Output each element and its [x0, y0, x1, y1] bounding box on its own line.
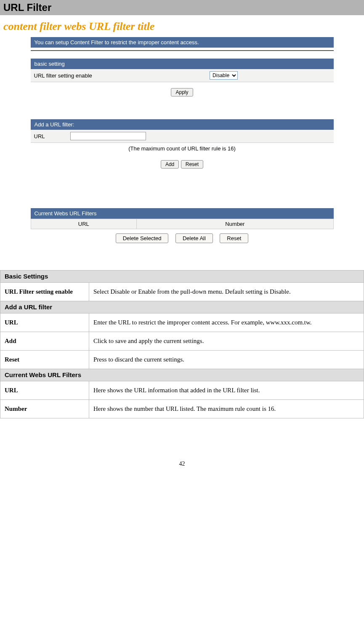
- help-label: URL: [0, 381, 89, 399]
- content-subtitle: content filter webs URL filter title: [0, 15, 364, 35]
- help-desc: Enter the URL to restrict the improper c…: [89, 314, 364, 332]
- url-input[interactable]: [70, 132, 146, 140]
- url-filter-enable-select[interactable]: Disable: [210, 71, 238, 80]
- help-desc: Press to discard the current settings.: [89, 351, 364, 369]
- help-label: Reset: [0, 351, 89, 369]
- add-filter-table: URL: [31, 130, 334, 143]
- current-filters-section: Current Webs URL Filters URL Number Dele…: [31, 208, 334, 247]
- url-label: URL: [31, 130, 67, 143]
- reset-button[interactable]: Reset: [181, 160, 203, 169]
- apply-button[interactable]: Apply: [171, 88, 193, 96]
- max-count-note: (The maximum count of URL filter rule is…: [31, 143, 334, 154]
- current-filters-header: Current Webs URL Filters: [31, 208, 334, 219]
- help-label: Number: [0, 400, 89, 418]
- url-input-cell: [67, 130, 334, 143]
- filter-actions-row: Delete Selected Delete All Reset: [31, 229, 334, 247]
- basic-setting-section: basic setting URL filter setting enable …: [31, 59, 334, 102]
- help-desc: Here shows the URL information that adde…: [89, 381, 364, 399]
- url-filter-enable-cell: Disable: [206, 69, 333, 82]
- add-reset-row: Add Reset: [31, 154, 334, 174]
- col-url: URL: [31, 219, 137, 229]
- basic-setting-header: basic setting: [31, 59, 334, 69]
- help-desc: Click to save and apply the current sett…: [89, 332, 364, 350]
- delete-selected-button[interactable]: Delete Selected: [116, 233, 169, 243]
- help-label: URL: [0, 314, 89, 332]
- help-label: URL Filter setting enable: [0, 283, 89, 301]
- col-number: Number: [137, 219, 333, 229]
- config-panel: You can setup Content Filter to restrict…: [31, 35, 334, 268]
- help-section-header: Basic Settings: [0, 271, 364, 282]
- page-title: URL Filter: [0, 0, 364, 15]
- url-filter-enable-label: URL filter setting enable: [31, 69, 207, 82]
- help-desc: Select Disable or Enable from the pull-d…: [89, 283, 364, 301]
- delete-all-button[interactable]: Delete All: [175, 233, 213, 243]
- help-label: Add: [0, 332, 89, 350]
- help-table: Basic Settings URL Filter setting enable…: [0, 270, 364, 418]
- intro-bar: You can setup Content Filter to restrict…: [31, 37, 334, 48]
- current-filters-table: URL Number: [31, 219, 334, 229]
- page-number: 42: [0, 418, 364, 476]
- basic-setting-table: URL filter setting enable Disable: [31, 69, 334, 82]
- help-section-header: Add a URL filter: [0, 301, 364, 313]
- help-section-header: Current Webs URL Filters: [0, 369, 364, 381]
- add-filter-header: Add a URL filter:: [31, 119, 334, 130]
- apply-row: Apply: [31, 82, 334, 102]
- add-button[interactable]: Add: [161, 160, 179, 169]
- help-desc: Here shows the number that URL listed. T…: [89, 400, 364, 418]
- reset-filters-button[interactable]: Reset: [220, 233, 248, 243]
- add-filter-section: Add a URL filter: URL (The maximum count…: [31, 119, 334, 174]
- divider: [31, 50, 334, 51]
